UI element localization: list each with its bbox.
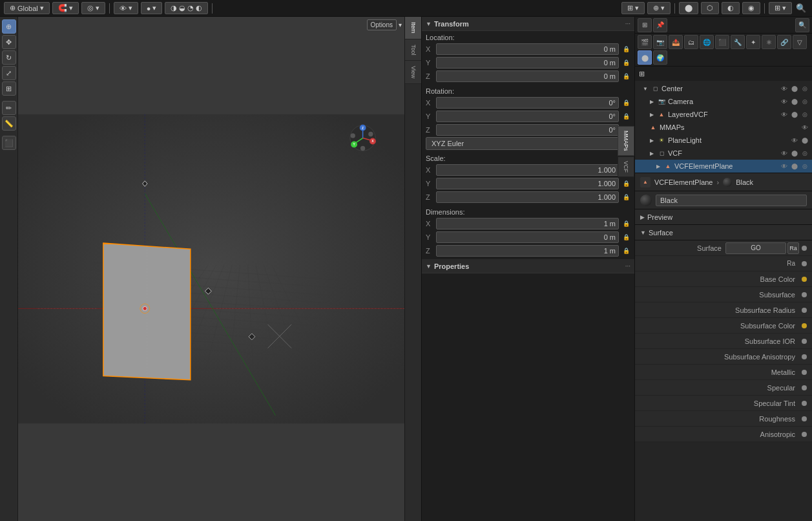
scale-z-input[interactable] [436, 191, 619, 203]
lvcf-eye-icon[interactable]: 👁 [780, 110, 789, 119]
viewport-shading-solid[interactable]: ⬤ [679, 2, 698, 14]
rotation-mode-select[interactable]: XYZ Euler XZY Euler YXZ Euler Quaternion… [426, 137, 630, 150]
camera-render-icon[interactable]: ◎ [800, 97, 809, 106]
center-eye-icon[interactable]: 👁 [780, 84, 789, 93]
preview-section-header[interactable]: ▶ Preview [635, 209, 812, 225]
lock-z-icon[interactable]: 🔒 [621, 72, 630, 81]
center-cam-icon[interactable]: ⬤ [790, 84, 799, 93]
props-search-btn[interactable]: 🔍 [795, 18, 809, 32]
lock-sz-icon[interactable]: 🔒 [621, 193, 630, 202]
prop-tab-object[interactable]: ⬛ [715, 35, 729, 49]
prop-tab-scene[interactable]: 🎬 [638, 35, 652, 49]
prop-tab-particles[interactable]: ✦ [746, 35, 760, 49]
lock-dx-icon[interactable]: 🔒 [621, 219, 630, 228]
move-tool-btn[interactable]: ✥ [2, 35, 16, 49]
lock-x-icon[interactable]: 🔒 [621, 45, 630, 54]
search-btn[interactable]: 🔍 [794, 1, 808, 16]
vcfep-cam-icon[interactable]: ⬤ [790, 162, 799, 171]
vcf-cam-icon[interactable]: ⬤ [790, 149, 799, 158]
tree-item-layeredvcf[interactable]: ▶ ▲ LayeredVCF 👁 ⬤ ◎ [635, 108, 812, 121]
prop-tab-scene2[interactable]: 🌐 [700, 35, 714, 49]
scale-tool-btn[interactable]: ⤢ [2, 66, 16, 80]
surface-ra-btn[interactable]: Ra [787, 242, 799, 254]
prop-tab-material[interactable]: ⬤ [638, 50, 652, 65]
properties-section-header[interactable]: ▼ Properties ··· [422, 259, 634, 273]
tree-item-center[interactable]: ▼ ◻ Center 👁 ⬤ ◎ [635, 82, 812, 95]
center-render-icon[interactable]: ◎ [800, 84, 809, 93]
lock-dz-icon[interactable]: 🔒 [621, 246, 630, 255]
subsurface-ior-dot[interactable] [802, 339, 807, 344]
prop-tab-world[interactable]: 🌍 [653, 50, 667, 65]
lvcf-cam-icon[interactable]: ⬤ [790, 110, 799, 119]
specular-tint-dot[interactable] [802, 401, 807, 406]
vcf-eye-icon[interactable]: 👁 [780, 149, 789, 158]
lvcf-render-icon[interactable]: ◎ [800, 110, 809, 119]
annotate-tool-btn[interactable]: ✏ [2, 101, 16, 115]
shading-btn[interactable]: ◑ ◒ ◔ ◐ [165, 2, 208, 14]
vcfep-render-icon[interactable]: ◎ [800, 162, 809, 171]
add-cube-btn[interactable]: ⬛ [2, 136, 16, 150]
dim-y-input[interactable] [436, 231, 619, 243]
transform-section-header[interactable]: ▼ Transform ··· [422, 17, 634, 31]
scale-y-input[interactable] [436, 178, 619, 189]
scale-x-input[interactable] [436, 164, 619, 176]
lock-sy-icon[interactable]: 🔒 [621, 179, 630, 188]
subsurface-anisotropy-dot[interactable] [802, 354, 807, 359]
rotation-z-input[interactable] [436, 124, 619, 136]
rotation-y-input[interactable] [436, 111, 619, 122]
lock-y-icon[interactable]: 🔒 [621, 58, 630, 67]
snap-btn[interactable]: 🧲 ▾ [52, 2, 79, 14]
lock-ry-icon[interactable]: 🔒 [621, 112, 630, 121]
metallic-dot[interactable] [802, 370, 807, 375]
vcf-render-icon[interactable]: ◎ [800, 149, 809, 158]
subsurface-color-dot[interactable] [802, 323, 807, 328]
lock-dy-icon[interactable]: 🔒 [621, 233, 630, 242]
gizmo-btn[interactable]: ⊕ ▾ [647, 2, 671, 14]
anisotropic-dot[interactable] [802, 432, 807, 437]
tab-tool[interactable]: Tool [405, 39, 422, 61]
tree-item-vcf[interactable]: ▶ ◻ VCF 👁 ⬤ ◎ [635, 147, 812, 160]
subsurface-dot[interactable] [802, 292, 807, 297]
base-color-dot[interactable] [802, 277, 807, 282]
rotate-tool-btn[interactable]: ↻ [2, 50, 16, 65]
proportional-btn[interactable]: ◎ ▾ [81, 2, 105, 14]
editor-type-btn[interactable]: ⊞ ▾ [769, 2, 792, 14]
prop-tab-physics[interactable]: ⚛ [762, 35, 776, 49]
roughness-dot[interactable] [802, 416, 807, 421]
surface-go-btn[interactable]: GO [725, 242, 786, 254]
prop-tab-modifier[interactable]: 🔧 [731, 35, 745, 49]
prop-tab-objectdata[interactable]: ▽ [793, 35, 807, 49]
vcfep-eye-icon[interactable]: 👁 [780, 162, 789, 171]
viewport-shading-mat[interactable]: ◐ [722, 2, 740, 14]
specular-dot[interactable] [802, 385, 807, 390]
prop-tab-constraints[interactable]: 🔗 [777, 35, 791, 49]
tree-item-mmaps[interactable]: ▲ MMAPs 👁 [635, 121, 812, 134]
props-editor-type-btn[interactable]: ⊞ [638, 18, 652, 32]
location-y-input[interactable] [436, 57, 619, 69]
rotation-x-input[interactable] [436, 97, 619, 109]
tree-item-vcfelementplane[interactable]: ▶ ▲ VCFElementPlane 👁 ⬤ ◎ [635, 160, 812, 173]
prop-tab-output[interactable]: 📤 [669, 35, 683, 49]
location-x-input[interactable] [436, 43, 619, 55]
prop-tab-render[interactable]: 📷 [653, 35, 667, 49]
render-type-btn[interactable]: ● ▾ [141, 2, 163, 14]
options-button[interactable]: Options [367, 19, 397, 30]
dim-x-input[interactable] [436, 218, 619, 229]
mmaps-eye-icon[interactable]: 👁 [800, 123, 809, 132]
overlay-btn[interactable]: ⊞ ▾ [621, 2, 645, 14]
surface-section-header[interactable]: ▼ Surface [635, 225, 812, 240]
measure-tool-btn[interactable]: 📏 [2, 116, 16, 131]
tab-view[interactable]: View [405, 61, 422, 84]
material-name-input[interactable] [656, 195, 807, 206]
view-btn[interactable]: 👁 ▾ [114, 2, 138, 14]
transform-mode-btn[interactable]: ⊕ Global ▾ [4, 2, 50, 14]
viewport-shading-wire[interactable]: ⬡ [701, 2, 719, 14]
viewport-shading-render[interactable]: ◉ [742, 2, 760, 14]
dim-z-input[interactable] [436, 245, 619, 257]
camera-eye-icon[interactable]: 👁 [780, 97, 789, 106]
camera-cam-icon[interactable]: ⬤ [790, 97, 799, 106]
subsurface-radius-dot[interactable] [802, 308, 807, 313]
location-z-input[interactable] [436, 70, 619, 82]
tree-item-camera[interactable]: ▶ 📷 Camera 👁 ⬤ ◎ [635, 95, 812, 108]
pl-cam-icon[interactable]: ⬤ [800, 136, 809, 145]
